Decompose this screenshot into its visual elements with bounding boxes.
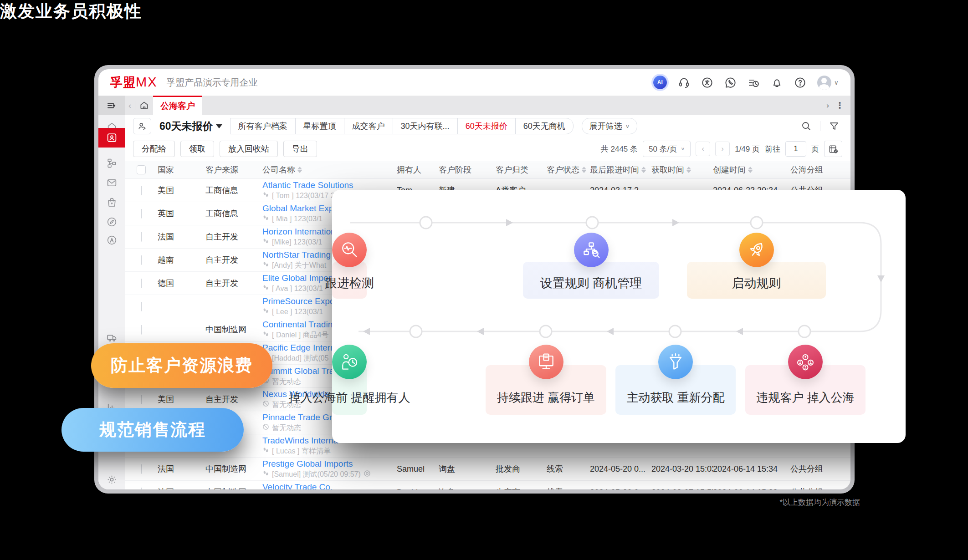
row-checkbox[interactable] (141, 325, 142, 335)
column-header[interactable]: 客户归类 (496, 164, 547, 175)
column-header[interactable]: 创建时间 (713, 164, 790, 175)
view-selector[interactable]: 60天未报价 (159, 119, 222, 133)
cell-source: 工商信息 (205, 208, 262, 219)
help-icon[interactable] (794, 76, 806, 89)
cell-acquired: 2024-03-07 15:55 (651, 488, 713, 490)
quick-filter-chips: 所有客户档案 星标置顶 成交客户 30天内有联... 60天未报价 60天无商机 (230, 118, 574, 134)
column-header[interactable]: 国家 (158, 164, 205, 175)
row-checkbox[interactable] (141, 186, 142, 195)
sort-icon[interactable] (748, 167, 753, 173)
sidebar-item-assistant[interactable] (98, 231, 125, 249)
company-link[interactable]: Atlantic Trade Solutions (262, 180, 397, 190)
next-page-button[interactable]: › (715, 142, 730, 156)
user-menu[interactable]: ∨ (817, 76, 839, 90)
row-checkbox[interactable] (141, 279, 142, 288)
sidebar-item-org-structure[interactable] (98, 154, 125, 172)
tab-nav-tools: ‹ (125, 96, 153, 115)
sort-icon[interactable] (582, 167, 586, 173)
column-header[interactable]: 客户阶段 (439, 164, 496, 175)
preview-eye-icon[interactable] (364, 470, 371, 479)
customer-service-icon[interactable] (678, 76, 690, 89)
view-selector-label: 60天未报价 (159, 119, 213, 133)
header-icons: AI ∨ (653, 76, 839, 90)
chevron-down-icon: ∨ (681, 146, 685, 151)
filter-chip[interactable]: 60天无商机 (515, 118, 574, 134)
page-size-select[interactable]: 50 条/页 ∨ (643, 141, 691, 157)
select-all-checkbox[interactable] (137, 165, 146, 174)
filter-chip[interactable]: 30天内有联... (393, 118, 458, 134)
board-icon (529, 345, 563, 379)
search-icon[interactable] (801, 121, 812, 132)
row-checkbox[interactable] (141, 255, 142, 265)
filter-chip[interactable]: 所有客户档案 (230, 118, 296, 134)
column-header-label: 拥有人 (397, 164, 421, 175)
column-header[interactable]: 拥有人 (397, 164, 439, 175)
filter-chip[interactable]: 60天未报价 (457, 118, 516, 134)
prev-page-button[interactable]: ‹ (696, 142, 710, 156)
whatsapp-icon[interactable] (724, 76, 737, 89)
cell-country: 法国 (158, 487, 205, 489)
toolbar-button[interactable]: 导出 (283, 141, 317, 157)
tab-more-icon[interactable]: ⋮ (835, 100, 844, 111)
history-icon[interactable] (748, 76, 760, 89)
cell-stage: 询盘 (439, 487, 496, 489)
toolbar-button[interactable]: 放入回收站 (220, 141, 278, 157)
cell-last-follow: 2024-05-20 0... (590, 488, 651, 490)
row-select-cell (125, 302, 158, 311)
sidebar-item-mail[interactable] (98, 173, 125, 192)
cell-source: 中国制造网 (205, 463, 262, 474)
cell-country: 越南 (158, 255, 205, 265)
company-link[interactable]: Velocity Trade Co. (262, 482, 397, 489)
table-settings-icon[interactable] (824, 141, 842, 157)
sort-icon[interactable] (297, 167, 302, 173)
filter-bar: 60天未报价 所有客户档案 星标置顶 成交客户 30天内有联... 60天未报价 (125, 115, 850, 137)
row-select-cell (125, 395, 158, 404)
owner-filter-icon[interactable] (133, 118, 151, 134)
goto-page-input[interactable]: 1 (785, 141, 806, 157)
sidebar-collapse-icon[interactable] (98, 96, 125, 115)
notifications-icon[interactable] (771, 76, 783, 89)
filter-funnel-icon[interactable] (829, 121, 840, 132)
filter-chip[interactable]: 星标置顶 (295, 118, 344, 134)
home-tab-icon[interactable] (139, 100, 149, 111)
sidebar-item-products[interactable] (98, 193, 125, 211)
filter-chip[interactable]: 成交客户 (344, 118, 393, 134)
company-link[interactable]: Prestige Global Imports (262, 459, 397, 469)
nav-back-icon[interactable]: ‹ (128, 101, 131, 111)
cell-stage: 询盘 (439, 463, 496, 474)
workflow-step: 主动获取 重新分配 (615, 345, 736, 415)
row-checkbox[interactable] (141, 464, 142, 474)
footprints-icon (262, 261, 269, 270)
row-checkbox[interactable] (141, 302, 142, 311)
sidebar-item-customers[interactable] (98, 128, 125, 148)
toolbar-button[interactable]: 领取 (180, 141, 214, 157)
toolbar-button[interactable]: 分配给 (133, 141, 175, 157)
row-checkbox[interactable] (141, 488, 142, 490)
ai-assistant-icon[interactable]: AI (653, 76, 667, 89)
column-header[interactable]: 公司名称 (262, 164, 397, 175)
row-checkbox[interactable] (141, 209, 142, 219)
translate-icon[interactable] (701, 76, 713, 89)
column-header[interactable]: 公海分组 (790, 164, 850, 175)
tab-scroll-right-icon[interactable]: › (826, 101, 829, 110)
row-checkbox[interactable] (141, 395, 142, 404)
column-header[interactable]: 客户状态 (547, 164, 590, 175)
sidebar-item-discover[interactable] (98, 213, 125, 231)
row-checkbox[interactable] (141, 232, 142, 242)
column-header-label: 国家 (158, 164, 174, 175)
activity-text: [Mike] 123(03/1 (272, 238, 322, 246)
sort-icon[interactable] (686, 167, 691, 173)
workflow-step-label: 掉入公海前 提醒拥有人 (288, 390, 410, 415)
activity-text: [Andy] 关于What (272, 261, 326, 270)
tab-public-pool-customers[interactable]: 公海客户 (153, 96, 202, 115)
sidebar-item-settings[interactable] (98, 470, 125, 489)
cell-source: 自主开发 (205, 278, 262, 289)
activity-text: [Samuel] 测试(05/20 09:57) (272, 470, 361, 479)
footprints-icon (262, 284, 269, 293)
sort-icon[interactable] (641, 167, 646, 173)
column-header[interactable]: 最后跟进时间 (590, 164, 651, 175)
benefit-pill: 激发业务员积极性 (0, 0, 142, 23)
expand-filters-button[interactable]: 展开筛选 ∨ (582, 118, 638, 134)
column-header[interactable]: 客户来源 (205, 164, 262, 175)
column-header[interactable]: 获取时间 (651, 164, 713, 175)
